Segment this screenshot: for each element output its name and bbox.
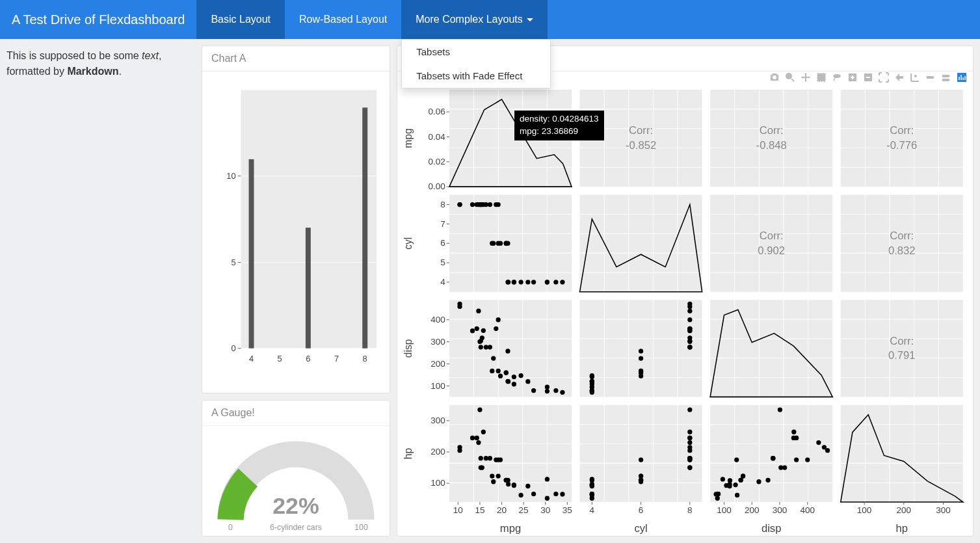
layout: This is supposed to be some text, format… bbox=[0, 39, 980, 543]
svg-text:400: 400 bbox=[800, 505, 815, 515]
chart-a-body[interactable]: 0 5 10 4 5 6 7 8 bbox=[202, 72, 390, 393]
gauge-min: 0 bbox=[228, 523, 233, 532]
tooltip-line2: mpg: 23.36869 bbox=[520, 126, 599, 138]
svg-point-177 bbox=[477, 339, 482, 344]
svg-rect-5 bbox=[306, 228, 311, 349]
svg-point-347 bbox=[816, 440, 821, 445]
svg-point-159 bbox=[488, 345, 492, 349]
svg-text:Corr:: Corr: bbox=[890, 124, 914, 137]
svg-point-357 bbox=[727, 484, 732, 488]
svg-point-87 bbox=[488, 202, 492, 207]
svg-text:200: 200 bbox=[430, 447, 445, 457]
svg-rect-66 bbox=[449, 195, 572, 292]
svg-point-102 bbox=[545, 280, 550, 284]
svg-point-362 bbox=[728, 478, 732, 483]
svg-point-295 bbox=[639, 479, 643, 484]
hover-closest-icon[interactable] bbox=[925, 72, 936, 83]
svg-point-336 bbox=[756, 479, 761, 484]
svg-point-318 bbox=[687, 430, 692, 434]
svg-point-148 bbox=[504, 370, 509, 375]
svg-text:0.791: 0.791 bbox=[888, 349, 916, 362]
autoscale-icon[interactable] bbox=[878, 72, 890, 83]
card-header-chart-a: Chart A bbox=[202, 46, 390, 72]
svg-point-264 bbox=[457, 445, 462, 449]
svg-text:100: 100 bbox=[430, 478, 445, 488]
svg-point-335 bbox=[794, 457, 799, 462]
svg-text:20: 20 bbox=[497, 505, 507, 515]
svg-point-308 bbox=[590, 496, 594, 501]
tab-more-complex-label: More Complex Layouts bbox=[416, 14, 523, 25]
card-chart-a: Chart A 0 5 10 bbox=[202, 46, 390, 393]
svg-text:4: 4 bbox=[249, 354, 254, 364]
lasso-select-icon[interactable] bbox=[831, 72, 843, 83]
svg-point-151 bbox=[494, 326, 498, 331]
reset-axes-icon[interactable] bbox=[894, 72, 905, 83]
svg-text:disp: disp bbox=[761, 522, 782, 535]
svg-text:disp: disp bbox=[403, 339, 414, 358]
pan-icon[interactable] bbox=[800, 72, 812, 83]
card-gauge: A Gauge! 22% 0 100 6-cylinder cars bbox=[202, 400, 390, 536]
pairs-matrix: Corr:-0.852Corr:-0.848Corr:-0.776Corr:0.… bbox=[397, 90, 968, 536]
dropdown-item-tabsets[interactable]: Tabsets bbox=[402, 40, 550, 64]
col-left: Chart A 0 5 10 bbox=[202, 46, 390, 536]
svg-point-356 bbox=[716, 492, 721, 496]
svg-text:8: 8 bbox=[687, 505, 693, 515]
svg-point-353 bbox=[778, 465, 783, 470]
svg-point-349 bbox=[715, 496, 720, 501]
spike-lines-icon[interactable] bbox=[909, 72, 921, 83]
svg-point-316 bbox=[590, 484, 594, 488]
svg-point-254 bbox=[491, 479, 496, 484]
zoom-icon[interactable] bbox=[784, 72, 796, 83]
chart-b-body[interactable]: density: 0.04284613 mpg: 23.36869 Corr:-… bbox=[397, 72, 973, 536]
gauge-svg: 22% 0 100 6-cylinder cars bbox=[209, 432, 383, 534]
svg-point-153 bbox=[475, 326, 479, 331]
svg-point-165 bbox=[545, 389, 550, 393]
svg-point-275 bbox=[525, 484, 530, 488]
svg-point-175 bbox=[481, 328, 486, 333]
zoom-in-icon[interactable] bbox=[847, 72, 858, 83]
gauge-body: 22% 0 100 6-cylinder cars bbox=[202, 426, 390, 543]
svg-text:mpg: mpg bbox=[403, 128, 414, 148]
svg-text:100: 100 bbox=[857, 505, 872, 515]
svg-point-204 bbox=[687, 309, 692, 313]
tooltip-line1: density: 0.04284613 bbox=[520, 113, 599, 126]
svg-point-321 bbox=[590, 478, 594, 483]
sidebar-text-strong: Markdown bbox=[67, 66, 118, 77]
svg-text:15: 15 bbox=[475, 505, 484, 515]
svg-point-155 bbox=[512, 375, 516, 379]
box-select-icon[interactable] bbox=[815, 72, 827, 83]
dropdown-item-tabsets-fade[interactable]: Tabsets with Fade Effect bbox=[402, 64, 550, 88]
svg-point-90 bbox=[457, 202, 462, 207]
svg-point-359 bbox=[791, 430, 796, 434]
tab-row-based-layout[interactable]: Row-Based Layout bbox=[285, 0, 401, 39]
hover-compare-icon[interactable] bbox=[940, 72, 952, 83]
svg-text:0.832: 0.832 bbox=[888, 245, 916, 257]
svg-point-278 bbox=[498, 457, 503, 462]
camera-icon[interactable] bbox=[769, 72, 780, 83]
svg-text:0: 0 bbox=[232, 343, 236, 353]
svg-point-215 bbox=[590, 385, 594, 390]
svg-point-152 bbox=[491, 356, 496, 360]
svg-rect-229 bbox=[841, 300, 963, 397]
sidebar-text-pre: This is supposed to be some bbox=[7, 50, 142, 61]
svg-text:300: 300 bbox=[430, 416, 445, 425]
svg-point-150 bbox=[505, 349, 510, 353]
zoom-out-icon[interactable] bbox=[862, 72, 874, 83]
tab-basic-layout[interactable]: Basic Layout bbox=[196, 0, 285, 39]
svg-point-216 bbox=[687, 328, 692, 333]
svg-point-280 bbox=[505, 478, 510, 483]
svg-point-92 bbox=[553, 280, 558, 284]
plotly-logo-icon[interactable] bbox=[956, 72, 968, 83]
svg-text:-0.848: -0.848 bbox=[756, 139, 787, 152]
svg-point-276 bbox=[545, 477, 550, 481]
svg-text:hp: hp bbox=[403, 447, 414, 459]
svg-point-267 bbox=[545, 496, 550, 501]
svg-point-176 bbox=[498, 374, 503, 378]
svg-point-85 bbox=[490, 241, 494, 246]
svg-point-319 bbox=[639, 457, 643, 462]
tab-more-complex-layouts[interactable]: More Complex Layouts Tabsets Tabsets wit… bbox=[401, 0, 548, 39]
svg-point-191 bbox=[639, 349, 643, 353]
svg-point-203 bbox=[687, 304, 692, 309]
svg-text:5: 5 bbox=[440, 258, 445, 267]
plotly-toolbar bbox=[769, 72, 968, 83]
